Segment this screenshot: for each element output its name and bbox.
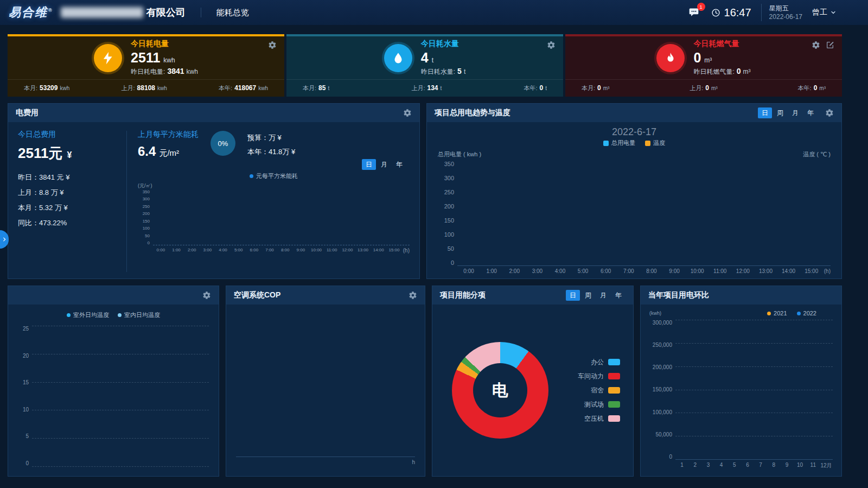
- x-tick-label: 7:00: [262, 245, 278, 253]
- x-axis: 0:001:002:003:004:005:006:007:008:009:00…: [153, 245, 402, 253]
- y-tick-label: 300,000: [653, 320, 672, 326]
- tab-year[interactable]: 年: [392, 159, 406, 170]
- x-tick-label: 6:00: [246, 245, 262, 253]
- x-tick-label: 11:00: [324, 245, 340, 253]
- gridline: [32, 438, 209, 439]
- gear-icon[interactable]: [268, 41, 277, 49]
- y-tick-label: 25: [23, 326, 29, 332]
- x-tick-label: 5:00: [231, 245, 246, 253]
- gear-icon[interactable]: [403, 109, 412, 117]
- tab-day[interactable]: 日: [362, 159, 376, 170]
- x-tick-label: 15:00: [800, 266, 823, 274]
- stat-year: 本年:0t: [524, 84, 547, 92]
- gear-icon[interactable]: [202, 291, 211, 300]
- panel-title: 当年项目用电环比: [648, 290, 709, 300]
- donut-center-label: 电: [492, 379, 508, 402]
- gridline: [675, 366, 833, 367]
- legend-label: 温度: [653, 139, 665, 147]
- gridline: [675, 413, 833, 413]
- tab-year[interactable]: 年: [803, 107, 818, 118]
- tab-week[interactable]: 周: [773, 107, 787, 118]
- sqm-value: 6.4元/m²: [138, 144, 199, 159]
- x-tick-label: 13:00: [355, 245, 371, 253]
- legend-label: 2021: [774, 310, 787, 316]
- chart-title-date: 2022-6-17: [438, 126, 831, 138]
- legend-marker: [118, 313, 122, 317]
- nav-item-energy-overview[interactable]: 能耗总览: [216, 8, 249, 18]
- cost-per-sqm-chart: 350300250200150100500 0:001:002:003:004:…: [138, 189, 410, 253]
- tab-day[interactable]: 日: [758, 107, 772, 118]
- legend-label: 室内日均温度: [124, 311, 160, 319]
- x-tick-label: 3:00: [526, 266, 548, 274]
- kpi-yesterday: 昨日耗水量:5t: [421, 67, 465, 77]
- x-tick-label: 2: [688, 460, 701, 470]
- legend-label: 车间动力: [578, 372, 604, 381]
- gear-icon[interactable]: [825, 109, 834, 117]
- cop-chart-area: [236, 313, 415, 457]
- legend-label: 宿舍: [591, 386, 604, 395]
- legend-marker: [603, 141, 609, 146]
- gear-icon[interactable]: [409, 291, 417, 300]
- total-electricity-trend-chart: 350300250200150100500 0:001:002:003:004:…: [438, 161, 831, 274]
- plot-area: [675, 320, 833, 460]
- x-tick-label: 1:00: [480, 266, 503, 274]
- legend-item[interactable]: 空压机: [578, 414, 620, 423]
- legend-item[interactable]: 室外日均温度: [67, 311, 109, 319]
- gear-icon[interactable]: [547, 41, 556, 49]
- kpi-title: 今日耗电量: [131, 39, 198, 49]
- kpi-card-electricity: 今日耗电量 2511kwh 昨日耗电量:3841kwh 本月:53209kwh …: [8, 34, 284, 97]
- panel-hvac-cop: 空调系统COP h: [226, 286, 425, 477]
- panel-header: 项目用能分项 日 周 月 年: [432, 286, 633, 305]
- legend-marker: [608, 373, 620, 379]
- kpi-card-gas: 今日耗燃气量 0m³ 昨日耗燃气量:0m³ 本月:0m³ 上月:0m³ 本年:0…: [565, 34, 842, 97]
- tab-day[interactable]: 日: [566, 290, 580, 301]
- legend-item[interactable]: 总用电量: [603, 139, 635, 147]
- plot-area: [153, 189, 410, 245]
- legend-item[interactable]: 室内日均温度: [118, 311, 160, 319]
- x-tick-label: 10: [794, 460, 807, 470]
- legend-item[interactable]: 2021: [767, 310, 787, 316]
- gear-icon[interactable]: [812, 41, 820, 49]
- messages-button[interactable]: 1: [686, 5, 701, 20]
- legend-item[interactable]: 宿舍: [578, 386, 620, 395]
- kpi-row: 今日耗电量 2511kwh 昨日耗电量:3841kwh 本月:53209kwh …: [8, 34, 842, 97]
- company-name-suffix: 有限公司: [146, 6, 186, 19]
- user-menu[interactable]: 曾工: [812, 8, 837, 17]
- legend-item[interactable]: 温度: [645, 139, 665, 147]
- legend-item[interactable]: 2022: [797, 310, 816, 316]
- legend-item[interactable]: 测试场: [578, 400, 620, 409]
- y-tick-label: 15: [23, 379, 29, 385]
- panel-header: 电费用: [8, 104, 419, 122]
- y-tick-label: 200: [143, 211, 150, 216]
- plot-area: [32, 326, 209, 466]
- x-tick-label: 10:00: [686, 266, 709, 274]
- legend-marker: [608, 387, 620, 394]
- today-cost-label: 今日总费用: [18, 130, 126, 140]
- kpi-title: 今日耗水量: [421, 39, 465, 49]
- x-tick-label: 10:00: [309, 245, 324, 253]
- panel-title: 电费用: [16, 108, 39, 118]
- x-axis-unit: h: [412, 459, 415, 465]
- legend-item[interactable]: 办公: [578, 358, 620, 367]
- y-axis: 300,000250,000200,000150,000100,00050,00…: [649, 320, 675, 460]
- topbar-right: 1 16:47 星期五 2022-06-17 曾工: [686, 4, 837, 21]
- gridline: [675, 390, 833, 390]
- tab-year[interactable]: 年: [611, 290, 626, 301]
- current-time: 16:47: [724, 7, 751, 19]
- legend-item[interactable]: 车间动力: [578, 372, 620, 381]
- tab-month[interactable]: 月: [596, 290, 610, 301]
- tab-month[interactable]: 月: [788, 107, 802, 118]
- kpi-unit: m³: [704, 56, 712, 64]
- legend-marker: [608, 359, 620, 365]
- y-tick-label: 5: [25, 433, 29, 439]
- water-drop-icon: [384, 44, 412, 72]
- tab-week[interactable]: 周: [581, 290, 595, 301]
- edit-icon[interactable]: [826, 41, 834, 49]
- x-tick-label: 4: [715, 460, 728, 470]
- legend-item[interactable]: 元每平方米能耗: [250, 172, 298, 180]
- tab-month[interactable]: 月: [377, 159, 391, 170]
- x-tick-label: 6: [741, 460, 754, 470]
- panel-daily-temperature: 室外日均温度室内日均温度 2520151050: [8, 286, 219, 477]
- y-tick-label: 0: [451, 259, 454, 266]
- y-tick-label: 100: [444, 231, 454, 238]
